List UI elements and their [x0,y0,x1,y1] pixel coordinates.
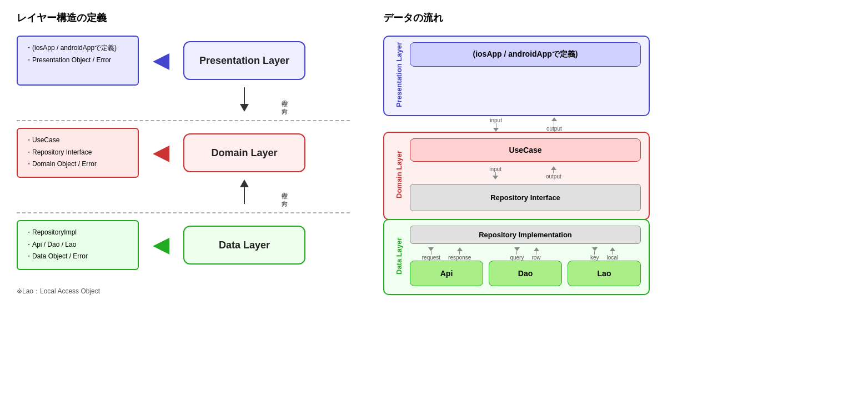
right-presentation-layer: Presentation Layer (iosApp / androidAppで… [383,36,650,116]
local-arrow [610,247,615,251]
domain-row: ・UseCase・Repository Interface・Domain Obj… [17,128,350,178]
lao-box: Lao [568,261,641,286]
pres-domain-connector: input output [383,116,650,132]
right-section: データの流れ Presentation Layer (iosApp / andr… [383,11,851,296]
output-connector: output [546,117,562,132]
domain-arrow: ◀ [153,141,169,164]
dependency-up-label: 依存の方向 [280,188,289,196]
right-title: データの流れ [383,11,851,24]
usecase-box: UseCase [410,138,641,162]
usecase-repo-connector: input output [410,165,641,181]
right-diagram: Presentation Layer (iosApp / androidAppで… [383,36,650,295]
query-arrow [514,247,520,251]
data-detail-box: ・RepositoryImpl・Api / Dao / Lao・Data Obj… [17,220,139,270]
divider-2 [17,212,350,213]
divider-1 [17,120,350,121]
presentation-detail-box: ・(iosApp / androidAppで定義)・Presentation O… [17,36,139,86]
presentation-inner-box: (iosApp / androidAppで定義) [410,42,641,67]
api-col: request response Api [410,247,483,286]
data-layer-label: Data Layer [392,226,405,286]
lao-col: key local Lao [568,247,641,286]
data-layer-content: Repository Implementation request [410,226,641,286]
response-arrow [457,247,463,251]
row-arrow [534,247,539,251]
arrow-down-area: 依存の方向 [183,86,305,113]
domain-detail-box: ・UseCase・Repository Interface・Domain Obj… [17,128,139,178]
domain-arrow-area: ◀ [139,141,183,164]
data-sub-boxes: request response Api [410,247,641,286]
arrow-up-area: 依存の方向 [183,178,305,206]
presentation-arrow-area: ◀ [139,49,183,72]
dao-col: query row Dao [489,247,562,286]
data-details: ・RepositoryImpl・Api / Dao / Lao・Data Obj… [26,228,88,260]
key-arrow [592,247,598,251]
presentation-layer-label: Presentation Layer [392,42,405,107]
left-title: レイヤー構造の定義 [17,11,350,24]
domain-center-box: Domain Layer [183,133,305,172]
left-section: レイヤー構造の定義 ・(iosApp / androidAppで定義)・Pres… [17,11,350,296]
data-center-box: Data Layer [183,226,305,265]
repo-impl-box: Repository Implementation [410,226,641,244]
repo-interface-box: Repository Interface [410,184,641,211]
domain-layer-content: UseCase input output [410,138,641,211]
left-diagram: ・(iosApp / androidAppで定義)・Presentation O… [17,36,350,270]
request-arrow [428,247,434,251]
right-data-layer: Data Layer Repository Implementation [383,219,650,295]
output-arrow-up [551,117,557,121]
dependency-down-label: 依存の方向 [280,96,289,103]
presentation-details: ・(iosApp / androidAppで定義)・Presentation O… [26,44,117,64]
domain-layer-label: Domain Layer [392,138,405,211]
input-arrow-down [493,128,499,132]
footnote: ※Lao：Local Access Object [17,287,350,296]
right-domain-layer: Domain Layer UseCase input [383,132,650,220]
domain-details: ・UseCase・Repository Interface・Domain Obj… [26,136,97,168]
repo-interface-label: Repository Interface [416,190,635,205]
presentation-row: ・(iosApp / androidAppで定義)・Presentation O… [17,36,350,86]
presentation-arrow: ◀ [153,49,169,72]
data-row: ・RepositoryImpl・Api / Dao / Lao・Data Obj… [17,220,350,270]
dao-box: Dao [489,261,562,286]
api-box: Api [410,261,483,286]
presentation-layer-content: (iosApp / androidAppで定義) [410,42,641,107]
presentation-center-box: Presentation Layer [183,41,305,80]
data-arrow: ◀ [153,233,169,257]
data-arrow-area: ◀ [139,233,183,257]
input-connector: input [490,117,502,132]
